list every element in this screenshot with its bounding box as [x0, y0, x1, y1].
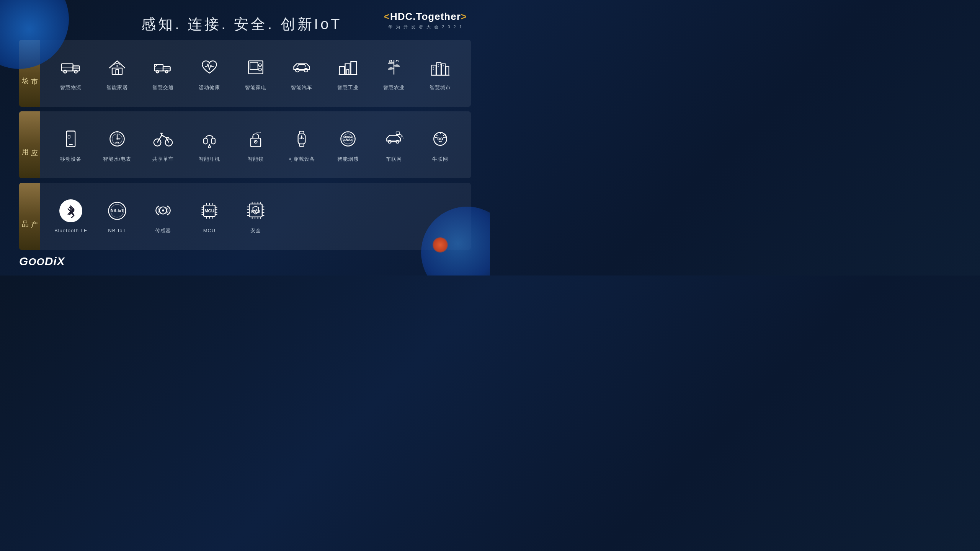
svg-point-13: [165, 70, 168, 73]
svg-rect-36: [440, 64, 441, 65]
cariot-label: 车联网: [386, 156, 402, 163]
svg-rect-35: [438, 64, 439, 65]
svg-point-62: [301, 135, 302, 137]
footer: GOODiX: [19, 255, 65, 268]
item-mcu: MCU: [186, 196, 233, 236]
svg-point-4: [75, 70, 77, 73]
svg-rect-27: [346, 69, 349, 74]
smoke-icon: SMOKE SENSOR: [336, 127, 359, 150]
logistics-label: 智慧物流: [60, 84, 82, 91]
item-appliance: 智能家电: [232, 53, 279, 94]
svg-point-72: [388, 140, 391, 143]
market-row: 市场 智慧物流: [19, 40, 471, 107]
svg-point-21: [304, 68, 308, 72]
item-nbiot: NB-IoT NB-IoT: [94, 196, 140, 236]
item-city: 智慧城市: [417, 53, 464, 94]
appliance-icon: [244, 56, 267, 79]
item-watermeter: 智能水/电表: [94, 124, 140, 166]
item-cowiot: 牛联网: [417, 124, 464, 166]
item-mobile: 移动设备: [48, 124, 94, 166]
hdc-subtitle: 华 为 开 发 者 大 会 2 0 2 1: [384, 24, 467, 30]
application-content: 移动设备 智能水/电表: [40, 111, 471, 178]
car-icon: [290, 56, 313, 79]
wearable-icon: [290, 127, 313, 150]
item-bike: 共享单车: [140, 124, 186, 166]
lock-icon: [244, 127, 267, 150]
item-smoke: SMOKE SENSOR 智能烟感: [325, 124, 371, 166]
svg-point-19: [259, 65, 260, 66]
wearable-label: 可穿戴设备: [288, 156, 315, 163]
angle-right: >: [461, 11, 467, 22]
item-wearable: 可穿戴设备: [279, 124, 325, 166]
bluetooth-label: Bluetooth LE: [54, 228, 87, 233]
svg-point-77: [438, 138, 440, 140]
svg-point-78: [441, 138, 443, 140]
svg-point-56: [208, 145, 211, 148]
item-health: 运动健康: [186, 53, 233, 94]
application-label: 应用: [19, 111, 40, 178]
mobile-icon: [59, 127, 82, 150]
market-content: 智慧物流 智能家居: [40, 40, 471, 107]
security-icon: MCU: [244, 199, 267, 222]
svg-point-8: [116, 65, 118, 67]
nbiot-label: NB-IoT: [108, 228, 126, 233]
svg-point-73: [396, 140, 399, 143]
main-title: 感知. 连接. 安全. 创新IoT: [100, 15, 384, 34]
mobile-label: 移动设备: [60, 156, 82, 163]
smarthome-label: 智能家居: [106, 84, 128, 91]
cowiot-icon: [429, 127, 452, 150]
svg-rect-32: [446, 67, 449, 75]
transport-icon: [152, 56, 175, 79]
svg-rect-15: [248, 61, 263, 74]
svg-rect-53: [204, 138, 207, 144]
health-label: 运动健康: [199, 84, 220, 91]
agriculture-icon: [382, 56, 405, 79]
item-cariot: 车联网: [371, 124, 417, 166]
svg-rect-25: [351, 62, 356, 75]
earphone-label: 智能耳机: [199, 156, 220, 163]
svg-text:SMOKE: SMOKE: [343, 135, 353, 138]
svg-rect-37: [438, 66, 439, 67]
security-label: 安全: [250, 227, 261, 234]
svg-rect-9: [155, 64, 163, 71]
item-smarthome: 智能家居: [94, 53, 140, 94]
svg-text:MCU: MCU: [204, 209, 214, 213]
svg-point-86: [162, 209, 165, 212]
item-transport: 智慧交通: [140, 53, 186, 94]
item-bluetooth: Bluetooth LE: [48, 196, 94, 236]
svg-point-18: [258, 68, 261, 70]
svg-rect-42: [68, 135, 70, 138]
product-label: 产品: [19, 183, 40, 250]
sensor-icon: [152, 199, 175, 222]
content-area: 市场 智慧物流: [0, 34, 490, 250]
health-icon: [198, 56, 221, 79]
svg-text:SENSOR: SENSOR: [343, 138, 353, 141]
bike-icon: [152, 127, 175, 150]
bluetooth-icon: [59, 199, 82, 222]
city-icon: [429, 56, 452, 79]
product-row: 产品 Bluetooth LE: [19, 183, 471, 250]
svg-rect-7: [116, 69, 118, 74]
item-sensor: 传感器: [140, 196, 186, 237]
bg-dot-decoration: [433, 237, 448, 253]
svg-rect-34: [433, 68, 434, 70]
transport-label: 智慧交通: [152, 84, 174, 91]
appliance-label: 智能家电: [245, 84, 266, 91]
svg-rect-24: [345, 64, 350, 74]
item-earphone: 智能耳机: [186, 124, 233, 166]
svg-point-3: [64, 70, 67, 73]
bike-label: 共享单车: [152, 156, 174, 163]
sensor-label: 传感器: [155, 227, 171, 234]
svg-point-12: [156, 70, 159, 73]
hdc-logo: <HDC.Together> 华 为 开 发 者 大 会 2 0 2 1: [384, 11, 467, 30]
mcu-icon: MCU: [198, 199, 221, 222]
item-industry: 智慧工业: [325, 53, 371, 94]
nbiot-icon: NB-IoT: [106, 199, 129, 222]
cowiot-label: 牛联网: [432, 156, 448, 163]
svg-rect-16: [250, 62, 258, 69]
svg-rect-6: [112, 68, 122, 74]
city-label: 智慧城市: [430, 84, 451, 91]
car-label: 智能汽车: [291, 84, 312, 91]
industry-icon: [336, 56, 359, 79]
application-row: 应用 移动设备: [19, 111, 471, 178]
